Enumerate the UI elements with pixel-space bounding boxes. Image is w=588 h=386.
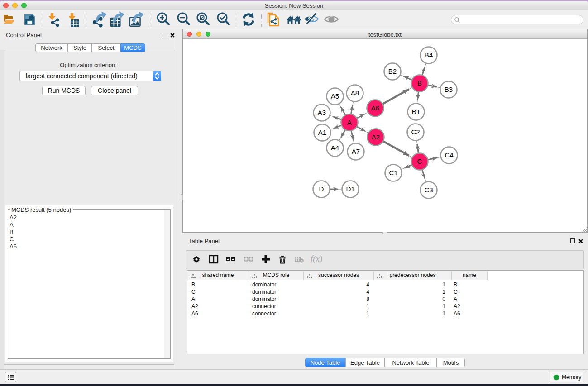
svg-text:B2: B2 xyxy=(388,67,397,75)
svg-text:B1: B1 xyxy=(412,108,420,115)
svg-text:A: A xyxy=(347,119,352,126)
svg-text:A3: A3 xyxy=(318,109,326,116)
svg-text:A2: A2 xyxy=(372,133,380,141)
svg-text:A5: A5 xyxy=(331,92,339,100)
svg-text:C: C xyxy=(417,157,422,165)
svg-text:D: D xyxy=(319,185,324,193)
svg-text:A6: A6 xyxy=(371,104,379,112)
svg-text:C1: C1 xyxy=(389,169,397,176)
svg-text:A8: A8 xyxy=(351,89,359,97)
svg-text:A7: A7 xyxy=(352,148,360,155)
svg-text:D1: D1 xyxy=(346,185,354,193)
svg-text:B3: B3 xyxy=(445,86,453,93)
svg-text:C3: C3 xyxy=(424,186,433,194)
svg-text:B: B xyxy=(417,79,422,87)
svg-text:C2: C2 xyxy=(411,128,420,136)
svg-text:A1: A1 xyxy=(318,129,326,136)
svg-text:B4: B4 xyxy=(425,51,433,59)
svg-text:A4: A4 xyxy=(331,144,339,152)
svg-text:C4: C4 xyxy=(445,151,453,159)
